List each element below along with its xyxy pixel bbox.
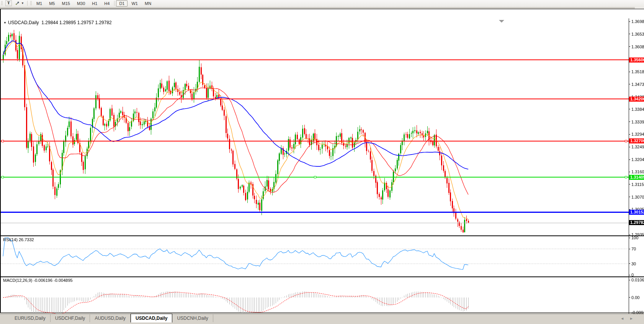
line-handle[interactable] bbox=[2, 140, 4, 142]
price-tick-label: 1.34730 bbox=[631, 82, 644, 87]
toolbar-separator bbox=[114, 1, 114, 6]
price-tick-label: 1.32040 bbox=[631, 157, 644, 162]
current-price-line bbox=[1, 223, 629, 223]
line-handle[interactable] bbox=[314, 140, 316, 142]
chart-title: ▼USDCAD,Daily 1.29844 1.29895 1.29757 1.… bbox=[3, 20, 112, 25]
toolbar-grip bbox=[30, 1, 32, 6]
rsi-indicator-label: RSI(14) 26.7332 bbox=[3, 237, 34, 242]
timeframe-m5[interactable]: M5 bbox=[46, 0, 58, 7]
price-tick-mark bbox=[629, 160, 630, 160]
price-tick-label: 1.30700 bbox=[631, 195, 644, 199]
chart-ohlc-values: 1.29844 1.29895 1.29757 1.29782 bbox=[41, 20, 112, 25]
price-tick-label: 1.31600 bbox=[631, 169, 644, 174]
panel-divider[interactable] bbox=[1, 235, 644, 236]
price-tick-label: 1.36080 bbox=[631, 44, 644, 49]
timeframe-w1[interactable]: W1 bbox=[128, 0, 141, 7]
top-toolbar: T ▼ M1M5M15M30H1H4D1W1MN bbox=[0, 0, 644, 7]
macd-tick-label: -0.009185 bbox=[631, 310, 644, 315]
price-tick-label: 1.36980 bbox=[631, 19, 644, 24]
horizontal-line-1.34206[interactable] bbox=[1, 99, 629, 99]
tab-eurusd-daily[interactable]: EURUSD,Daily bbox=[10, 314, 51, 322]
price-tick-mark bbox=[629, 46, 630, 47]
timeframe-m15[interactable]: M15 bbox=[59, 0, 73, 7]
price-tick-mark bbox=[629, 122, 630, 122]
price-tick-mark bbox=[629, 21, 630, 22]
horizontal-line-1.35606[interactable] bbox=[1, 59, 629, 60]
price-tick-label: 1.33840 bbox=[631, 107, 644, 112]
timeframe-h1[interactable]: H1 bbox=[89, 0, 100, 7]
timeframe-mn[interactable]: MN bbox=[142, 0, 154, 7]
price-tick-label: 1.35180 bbox=[631, 69, 644, 74]
rsi-tick-label: 0 bbox=[631, 273, 634, 277]
price-tick-mark bbox=[629, 184, 630, 184]
timeframe-m1[interactable]: M1 bbox=[33, 0, 45, 7]
rsi-tick-label: 100 bbox=[631, 235, 638, 240]
price-tick-mark bbox=[629, 197, 630, 197]
chart-tab-bar: EURUSD,DailyUSDCHF,DailyAUDUSD,DailyUSDC… bbox=[0, 314, 644, 324]
text-tool-button[interactable]: T bbox=[4, 0, 13, 6]
chart-window: ▼USDCAD,Daily 1.29844 1.29895 1.29757 1.… bbox=[0, 9, 644, 313]
diagonal-arrows-icon bbox=[15, 1, 20, 6]
macd-panel-canvas[interactable] bbox=[1, 277, 629, 315]
symbol-dropdown-icon[interactable]: ▼ bbox=[3, 21, 7, 25]
tab-scroll-arrows: ◄► bbox=[620, 316, 639, 321]
tab-usdcad-daily[interactable]: USDCAD,Daily bbox=[131, 314, 172, 322]
toolbar-grip bbox=[1, 1, 3, 6]
price-tick-mark bbox=[629, 34, 630, 34]
panel-divider[interactable] bbox=[1, 276, 644, 277]
price-axis-line bbox=[629, 18, 629, 315]
price-tick-mark bbox=[629, 72, 630, 72]
tab-audusd-daily[interactable]: AUDUSD,Daily bbox=[90, 314, 131, 322]
price-tick-mark bbox=[629, 84, 630, 84]
chart-shift-marker[interactable] bbox=[499, 20, 504, 23]
horizontal-line-1.30152[interactable] bbox=[1, 212, 629, 213]
timeframe-d1[interactable]: D1 bbox=[116, 0, 127, 7]
price-tag-1.35606: 1.35606 bbox=[629, 58, 644, 62]
timeframe-group: M1M5M15M30H1H4D1W1MN bbox=[33, 0, 155, 7]
price-tick-mark bbox=[629, 147, 630, 147]
line-handle[interactable] bbox=[625, 140, 627, 142]
timeframe-m30[interactable]: M30 bbox=[74, 0, 88, 7]
price-tick-mark bbox=[629, 109, 630, 109]
price-tick-label: 1.36530 bbox=[631, 32, 644, 36]
macd-tick-mark bbox=[629, 312, 630, 313]
price-tick-label: 1.33390 bbox=[631, 120, 644, 124]
rsi-tick-label: 30 bbox=[631, 262, 636, 266]
tab-scroll-left-icon[interactable]: ◄ bbox=[620, 316, 629, 321]
line-handle[interactable] bbox=[625, 176, 627, 178]
price-tick-mark bbox=[629, 134, 630, 135]
macd-tick-mark bbox=[629, 280, 630, 280]
tab-scroll-right-icon[interactable]: ► bbox=[629, 316, 639, 321]
macd-tick-label: 0.00 bbox=[631, 295, 639, 300]
price-tag-1.32700: 1.32700 bbox=[629, 138, 644, 143]
macd-indicator-label: MACD(12,26,9) -0.006196 -0.004895 bbox=[3, 278, 73, 283]
chevron-down-icon: ▼ bbox=[21, 2, 24, 5]
tab-usdcnh-daily[interactable]: USDCNH,Daily bbox=[172, 314, 213, 322]
arrange-windows-button[interactable]: ▼ bbox=[14, 0, 25, 6]
toolbar-separator bbox=[27, 1, 28, 6]
price-tag-1.31405: 1.31405 bbox=[629, 175, 644, 180]
rsi-tick-mark bbox=[629, 249, 630, 249]
rsi-tick-mark bbox=[629, 275, 630, 275]
line-handle[interactable] bbox=[2, 176, 4, 178]
price-chart-canvas[interactable] bbox=[1, 18, 629, 235]
timeframe-h4[interactable]: H4 bbox=[101, 0, 113, 7]
price-tick-mark bbox=[629, 172, 630, 172]
price-tick-label: 1.32940 bbox=[631, 132, 644, 137]
rsi-tick-mark bbox=[629, 238, 630, 238]
price-tag-1.30152: 1.30152 bbox=[629, 210, 644, 215]
chart-symbol-label: USDCAD,Daily bbox=[8, 20, 39, 25]
rsi-tick-mark bbox=[629, 263, 630, 264]
rsi-panel-canvas[interactable] bbox=[1, 236, 629, 276]
price-tag-1.34206: 1.34206 bbox=[629, 97, 644, 102]
macd-tick-label: 0.010615 bbox=[631, 278, 644, 282]
mt4-workspace: T ▼ M1M5M15M30H1H4D1W1MN ▼USDCAD,Daily 1… bbox=[0, 0, 644, 324]
macd-tick-mark bbox=[629, 297, 630, 298]
line-handle[interactable] bbox=[314, 176, 316, 178]
tab-usdchf-daily[interactable]: USDCHF,Daily bbox=[51, 314, 90, 322]
price-tick-mark bbox=[629, 235, 630, 235]
price-tick-label: 1.32490 bbox=[631, 145, 644, 149]
text-tool-icon: T bbox=[5, 0, 12, 6]
current-price-tag: 1.29782 bbox=[629, 220, 644, 225]
rsi-tick-label: 70 bbox=[631, 247, 636, 251]
